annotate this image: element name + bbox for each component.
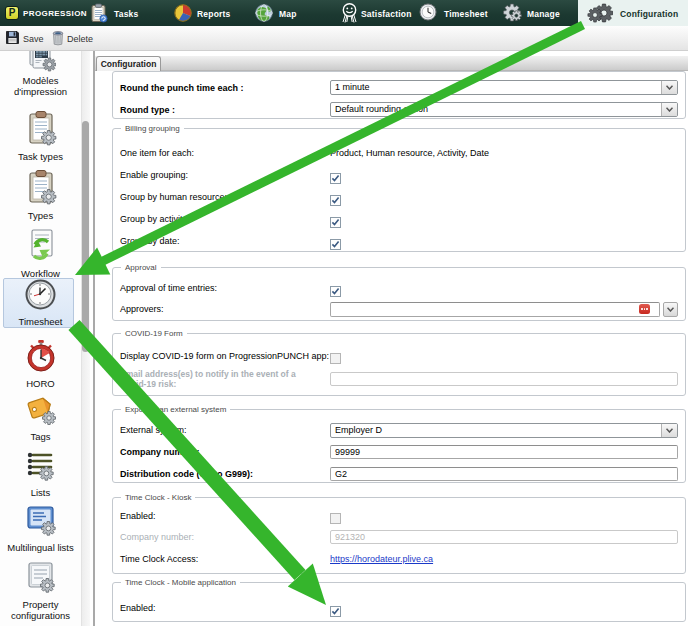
clipboard-gear-icon (0, 169, 81, 209)
round-type-select[interactable]: Default rounding option (330, 102, 678, 117)
approvers-dropdown-button[interactable] (663, 302, 678, 317)
navbar: P PROGRESSION Tasks Reports (0, 0, 688, 26)
external-system-select[interactable]: Employer D (330, 423, 678, 438)
field-label-time-clock-access: Time Clock Access: (120, 554, 330, 564)
kiosk-fieldset: Time Clock - Kiosk Enabled: Company numb… (112, 497, 686, 574)
distribution-code-input[interactable]: G2 (330, 467, 678, 481)
sidebar-item-label: Multilingual lists (0, 543, 81, 554)
enable-grouping-checkbox[interactable] (330, 170, 341, 181)
approval-of-time-entries-checkbox[interactable] (330, 283, 341, 294)
delete-button[interactable]: Delete (67, 34, 93, 44)
kiosk-legend: Time Clock - Kiosk (121, 493, 195, 502)
pie-chart-icon (173, 3, 193, 27)
approvers-badge-icon (639, 304, 650, 314)
sidebar-item-label: Types (0, 211, 81, 222)
window-gear-icon (0, 561, 81, 598)
nav-item-tasks[interactable]: Tasks (114, 9, 138, 19)
nav-item-timesheet[interactable]: Timesheet (444, 9, 488, 19)
sidebar-item-types[interactable]: Types (0, 169, 81, 222)
sidebar-item-multilingual-lists[interactable]: Multilingual lists (0, 504, 81, 554)
nav-item-map[interactable]: Map (279, 9, 297, 19)
tag-gear-icon (0, 396, 81, 430)
billing-grouping-fieldset: Billing grouping One item for each: Prod… (112, 128, 686, 252)
sidebar: Modèles d'impression Task types (0, 51, 81, 626)
workflow-icon (0, 228, 81, 267)
field-label-round-each: Round the punch time each : (120, 83, 330, 93)
sidebar-item-workflow[interactable]: Workflow (0, 228, 81, 280)
nav-item-reports[interactable]: Reports (197, 9, 231, 19)
covid-email-input[interactable] (330, 372, 678, 386)
medal-icon (340, 3, 359, 28)
sidebar-item-label: Task types (0, 152, 81, 163)
nav-item-configuration[interactable]: Configuration (578, 0, 688, 26)
nav-item-satisfaction[interactable]: Satisfaction (361, 9, 412, 19)
sidebar-scrollbar-thumb[interactable] (82, 121, 89, 352)
clock-icon (0, 279, 81, 315)
export-fieldset: Export to an external system External sy… (112, 409, 686, 483)
sidebar-item-property-configurations[interactable]: Property configurations (0, 561, 81, 621)
chevron-down-icon (661, 103, 677, 116)
sidebar-item-task-types[interactable]: Task types (0, 110, 81, 163)
approval-legend: Approval (121, 263, 161, 272)
field-label-enable-grouping: Enable grouping: (120, 170, 330, 180)
covid-legend: COVID-19 Form (121, 329, 187, 338)
sidebar-item-timesheet[interactable]: Timesheet (0, 279, 81, 328)
trash-icon (51, 30, 65, 50)
clipboard-icon (89, 3, 109, 27)
window-list-gear-icon (0, 504, 81, 541)
field-label-group-by-hr: Group by human resource: (120, 192, 330, 202)
group-by-date-checkbox[interactable] (330, 236, 341, 247)
sidebar-item-label: Property configurations (0, 600, 81, 621)
group-by-activity-checkbox[interactable] (330, 214, 341, 225)
chevron-down-icon (661, 81, 677, 94)
one-item-value: Product, Human resource, Activity, Date (330, 148, 489, 158)
group-by-human-resource-checkbox[interactable] (330, 192, 341, 203)
sidebar-item-label: Modèles d'impression (0, 76, 81, 97)
sidebar-item-horo[interactable]: HORO (0, 339, 81, 390)
field-label-mobile-enabled: Enabled: (120, 603, 330, 613)
floppy-disk-icon (5, 30, 20, 49)
tab-configuration[interactable]: Configuration (96, 56, 161, 72)
list-gear-icon (0, 450, 81, 486)
field-label-group-by-date: Group by date: (120, 236, 330, 246)
approvers-input[interactable] (330, 302, 660, 317)
field-label-group-by-activity: Group by activity: (120, 214, 330, 224)
mobile-enabled-checkbox[interactable] (330, 603, 341, 614)
rounding-fieldset: Round the punch time each : 1 minute Rou… (112, 71, 686, 119)
field-label-one-item: One item for each: (120, 148, 330, 158)
sidebar-item-lists[interactable]: Lists (0, 450, 81, 499)
field-label-distribution-code: Distribution code (G1 to G999): (120, 469, 330, 479)
sidebar-item-label: Lists (0, 488, 81, 499)
covid-display-checkbox[interactable] (330, 350, 341, 361)
sidebar-item-tags[interactable]: Tags (0, 396, 81, 443)
field-label-kiosk-enabled: Enabled: (120, 511, 330, 521)
billing-grouping-legend: Billing grouping (121, 124, 184, 133)
company-number-input[interactable]: 99999 (330, 445, 678, 459)
save-button[interactable]: Save (23, 34, 44, 44)
field-label-approvers: Approvers: (120, 304, 330, 314)
field-label-round-type: Round type : (120, 105, 330, 115)
field-label-company-number: Company number: (120, 447, 330, 457)
field-label-external-system: External system: (120, 425, 330, 435)
approval-fieldset: Approval Approval of time entries: Appro… (112, 267, 686, 321)
sidebar-item-label: Timesheet (0, 317, 81, 328)
chevron-down-icon (661, 424, 677, 437)
progression-logo-icon[interactable]: P (5, 6, 19, 20)
globe-icon (254, 3, 274, 27)
stopwatch-icon (0, 339, 81, 377)
round-each-select[interactable]: 1 minute (330, 80, 678, 95)
gears-icon (501, 3, 523, 27)
gears-icon (587, 3, 613, 28)
nav-item-manage[interactable]: Manage (527, 9, 560, 19)
kiosk-company-input[interactable]: 921320 (330, 530, 678, 544)
content-panel: Round the punch time each : 1 minute Rou… (95, 71, 688, 626)
field-label-approval-entries: Approval of time entries: (120, 283, 330, 293)
field-label-covid-display: Display COVID-19 form on ProgressionPUNC… (120, 351, 330, 361)
sidebar-item-print-templates[interactable]: Modèles d'impression (0, 51, 81, 97)
export-legend: Export to an external system (121, 405, 230, 414)
tab-strip (95, 56, 688, 71)
sidebar-item-label: HORO (0, 379, 81, 390)
time-clock-access-link[interactable]: https://horodateur.plive.ca (330, 554, 433, 564)
kiosk-enabled-checkbox[interactable] (330, 510, 341, 521)
brand-title: PROGRESSION (23, 9, 87, 18)
